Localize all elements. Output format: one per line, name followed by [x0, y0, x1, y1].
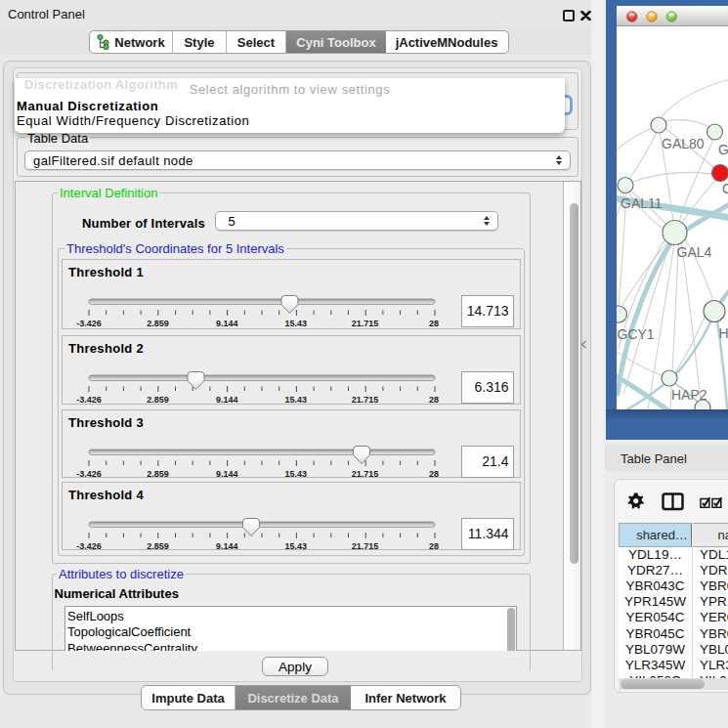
svg-text:15.43: 15.43 — [285, 468, 308, 477]
svg-text:21.715: 21.715 — [352, 468, 379, 477]
svg-text:28: 28 — [429, 540, 439, 549]
svg-text:28: 28 — [429, 318, 439, 327]
svg-text:2.859: 2.859 — [147, 394, 169, 404]
svg-text:2.859: 2.859 — [147, 540, 169, 549]
svg-text:15.43: 15.43 — [285, 540, 308, 549]
svg-text:2.859: 2.859 — [147, 318, 169, 327]
svg-text:-3.426: -3.426 — [76, 394, 102, 404]
svg-text:9.144: 9.144 — [216, 394, 238, 404]
svg-text:9.144: 9.144 — [216, 468, 238, 477]
svg-text:28: 28 — [429, 394, 439, 404]
svg-text:15.43: 15.43 — [285, 318, 308, 327]
svg-text:CR: CR — [722, 181, 728, 196]
svg-text:9.144: 9.144 — [216, 318, 238, 327]
svg-text:28: 28 — [429, 468, 439, 477]
svg-text:HI: HI — [719, 325, 728, 341]
svg-text:HAP2: HAP2 — [671, 387, 707, 403]
svg-text:GAL80: GAL80 — [662, 136, 705, 151]
svg-text:-3.426: -3.426 — [76, 540, 102, 549]
svg-text:21.715: 21.715 — [352, 540, 379, 549]
svg-text:-3.426: -3.426 — [76, 318, 102, 327]
svg-text:GCY1: GCY1 — [618, 326, 655, 342]
svg-text:15.43: 15.43 — [285, 394, 308, 404]
svg-text:9.144: 9.144 — [216, 540, 238, 549]
svg-text:GAL1: GAL1 — [718, 142, 728, 157]
svg-text:2.859: 2.859 — [147, 468, 169, 477]
svg-text:GAL4: GAL4 — [677, 244, 712, 260]
svg-text:-3.426: -3.426 — [76, 468, 102, 477]
svg-text:GAL11: GAL11 — [621, 195, 663, 211]
svg-text:21.715: 21.715 — [352, 394, 379, 404]
svg-text:21.715: 21.715 — [352, 318, 379, 327]
